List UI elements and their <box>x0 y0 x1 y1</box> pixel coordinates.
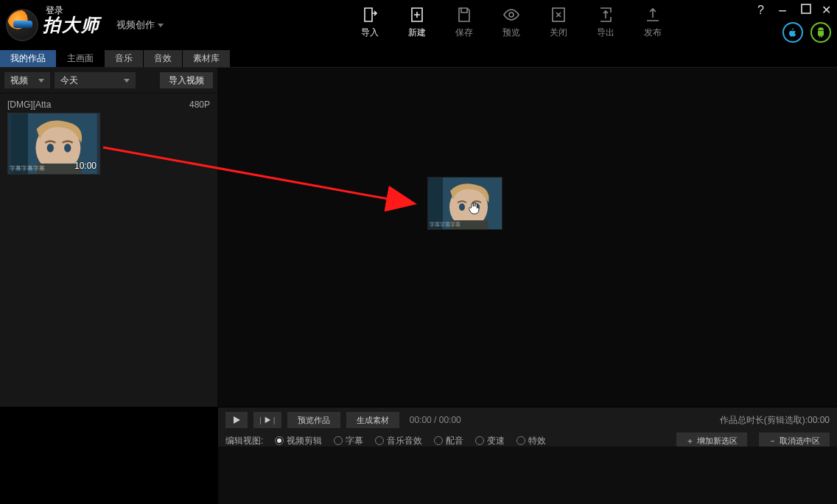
add-selection-label: 增加新选区 <box>697 435 738 447</box>
clip-subtitle: 字幕字幕字幕 <box>10 164 45 172</box>
toolbar-publish-button[interactable]: 发布 <box>644 6 662 39</box>
tab-materials-label: 素材库 <box>193 52 220 65</box>
upload-icon <box>644 6 662 24</box>
cancel-selection-label: 取消选中区 <box>780 435 820 447</box>
time-readout: 00:00 / 00:00 <box>410 415 461 425</box>
view-subtitle-radio[interactable]: 字幕 <box>334 435 363 447</box>
asset-panel: 视频 今天 导入视频 [DMG][Atta 480P 10:00 字幕字幕字幕 <box>0 68 218 407</box>
toolbar-preview-label: 预览 <box>502 27 520 39</box>
tab-main-canvas-label: 主画面 <box>67 52 94 65</box>
filter-date-dropdown[interactable]: 今天 <box>55 72 136 88</box>
clip-resolution: 480P <box>189 99 210 110</box>
editor-canvas[interactable]: 字幕字幕字幕 <box>218 68 837 407</box>
radio-dot-icon <box>475 436 484 445</box>
filter-type-label: 视频 <box>10 74 28 87</box>
toolbar-import-button[interactable]: 导入 <box>361 6 379 39</box>
mode-dropdown-label: 视频创作 <box>116 18 155 32</box>
view-music-sfx-radio[interactable]: 音乐音效 <box>375 435 422 447</box>
view-voiceover-radio[interactable]: 配音 <box>434 435 463 447</box>
new-file-icon <box>408 6 426 24</box>
edit-view-label: 编辑视图: <box>225 435 263 447</box>
transport-bar: | | 预览作品 生成素材 00:00 / 00:00 作品总时长(剪辑选取):… <box>218 407 837 447</box>
caret-down-icon <box>158 24 164 27</box>
view-music-sfx-label: 音乐音效 <box>387 435 422 447</box>
toolbar-new-label: 新建 <box>408 27 426 39</box>
dragged-clip-ghost: 字幕字幕字幕 <box>427 177 502 230</box>
play-icon <box>264 416 271 424</box>
toolbar-preview-button[interactable]: 预览 <box>502 6 520 39</box>
save-icon <box>455 6 473 24</box>
mode-dropdown[interactable]: 视频创作 <box>116 18 164 32</box>
caret-down-icon <box>38 79 44 83</box>
caret-down-icon <box>124 79 130 83</box>
view-subtitle-label: 字幕 <box>346 435 363 447</box>
toolbar-close-button[interactable]: 关闭 <box>550 6 567 39</box>
toolbar-export-button[interactable]: 导出 <box>597 6 614 39</box>
tab-music[interactable]: 音乐 <box>105 50 143 67</box>
view-fx-label: 特效 <box>528 435 546 447</box>
view-speed-label: 变速 <box>487 435 505 447</box>
filter-date-label: 今天 <box>60 74 78 87</box>
radio-dot-icon <box>375 436 384 445</box>
radio-dot-icon <box>434 436 443 445</box>
preview-work-label: 预览作品 <box>298 415 330 426</box>
tab-my-works-label: 我的作品 <box>10 52 46 65</box>
view-video-edit-label: 视频剪辑 <box>287 435 322 447</box>
minimize-button[interactable]: － <box>774 7 791 13</box>
login-link[interactable]: 登录 <box>46 4 63 17</box>
preview-work-button[interactable]: 预览作品 <box>287 412 340 428</box>
window-close-button[interactable]: ✕ <box>822 3 831 17</box>
grab-cursor-icon <box>467 199 482 215</box>
view-video-edit-radio[interactable]: 视频剪辑 <box>275 435 322 447</box>
android-platform-button[interactable] <box>810 22 831 43</box>
android-icon <box>815 27 827 38</box>
app-logo-icon <box>6 9 38 41</box>
help-button[interactable]: ? <box>757 4 764 17</box>
close-file-icon <box>550 6 567 24</box>
radio-dot-icon <box>275 436 284 445</box>
toolbar-save-button[interactable]: 保存 <box>455 6 473 39</box>
generate-material-label: 生成素材 <box>357 415 389 426</box>
clip-duration: 10:00 <box>74 161 97 171</box>
toolbar-import-label: 导入 <box>361 27 379 39</box>
import-video-button[interactable]: 导入视频 <box>160 72 213 88</box>
view-voiceover-label: 配音 <box>446 435 463 447</box>
dragged-clip-subtitle: 字幕字幕字幕 <box>430 221 460 228</box>
import-video-label: 导入视频 <box>169 74 204 87</box>
total-duration-label: 作品总时长(剪辑选取):00:00 <box>720 414 830 427</box>
eye-icon <box>502 6 520 24</box>
play-button[interactable] <box>225 412 248 428</box>
play-range-button[interactable]: | | <box>253 412 281 428</box>
radio-dot-icon <box>516 436 525 445</box>
export-icon <box>597 6 614 24</box>
tab-main-canvas[interactable]: 主画面 <box>57 50 104 67</box>
svg-rect-9 <box>802 4 810 13</box>
ios-platform-button[interactable] <box>782 22 803 43</box>
tab-sfx-label: 音效 <box>154 52 172 65</box>
play-icon <box>232 416 241 424</box>
timeline-area[interactable] <box>218 447 837 504</box>
toolbar-save-label: 保存 <box>455 27 473 39</box>
tab-music-label: 音乐 <box>115 52 133 65</box>
toolbar-new-button[interactable]: 新建 <box>408 6 426 39</box>
toolbar-publish-label: 发布 <box>644 27 662 39</box>
generate-material-button[interactable]: 生成素材 <box>346 412 399 428</box>
apple-icon <box>787 27 799 38</box>
view-fx-radio[interactable]: 特效 <box>516 435 546 447</box>
toolbar-close-label: 关闭 <box>550 27 567 39</box>
tab-materials[interactable]: 素材库 <box>183 50 230 67</box>
toolbar-export-label: 导出 <box>597 27 614 39</box>
tab-sfx[interactable]: 音效 <box>144 50 182 67</box>
maximize-button[interactable] <box>801 4 811 17</box>
import-icon <box>361 6 379 24</box>
clip-title: [DMG][Atta <box>7 99 51 110</box>
svg-point-7 <box>509 13 514 17</box>
view-speed-radio[interactable]: 变速 <box>475 435 505 447</box>
filter-type-dropdown[interactable]: 视频 <box>4 72 50 88</box>
tab-my-works[interactable]: 我的作品 <box>0 50 56 67</box>
clip-thumbnail[interactable]: 10:00 字幕字幕字幕 <box>7 113 100 175</box>
radio-dot-icon <box>334 436 343 445</box>
